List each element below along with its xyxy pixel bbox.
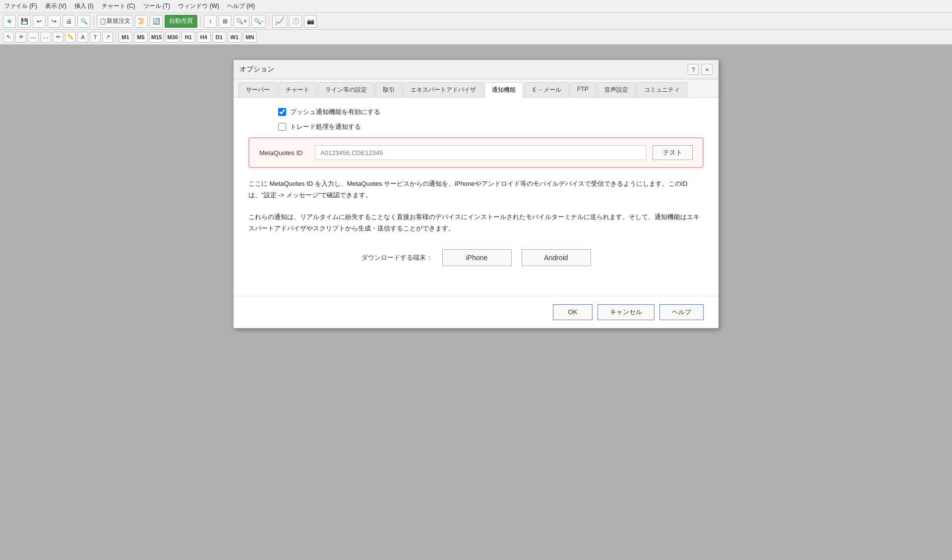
push-notify-checkbox[interactable]	[278, 108, 286, 116]
tab-expert[interactable]: エキスパートアドバイザ	[403, 82, 483, 97]
dialog-help-btn[interactable]: ?	[688, 64, 699, 75]
desc-text-2: これらの通知は、リアルタイムに紛失することなく直接お客様のデバイスにインストール…	[248, 211, 704, 234]
tab-audio[interactable]: 音声設定	[597, 82, 636, 97]
tabs-bar: サーバー チャート ライン等の設定 取引 エキスパートアドバイザ 通知機能 Ｅ－…	[234, 79, 718, 98]
metaquotes-input[interactable]	[315, 145, 647, 160]
sep1	[93, 16, 94, 27]
push-notify-label[interactable]: プッシュ通知機能を有効にする	[290, 108, 380, 116]
desc-text-1: ここに MetaQuotes ID を入力し、MetaQuotes サービスから…	[248, 178, 704, 201]
preview-icon: 🔍	[80, 18, 88, 25]
zoom-out-btn[interactable]: 🔍-	[251, 15, 266, 28]
chart-icon: ↕	[209, 18, 212, 25]
tab-lines[interactable]: ライン等の設定	[318, 82, 374, 97]
menu-view[interactable]: 表示 (V)	[45, 2, 66, 10]
tab-community[interactable]: コミュニティ	[637, 82, 687, 97]
print-icon: 🖨	[66, 18, 72, 25]
sep2	[200, 16, 201, 27]
pencil-btn[interactable]: ✏	[53, 32, 63, 43]
clock-btn[interactable]: 🕐	[289, 15, 302, 28]
tab-email[interactable]: Ｅ－メール	[524, 82, 569, 97]
plus-icon: +	[7, 17, 11, 26]
redo-btn[interactable]: ↪	[48, 15, 60, 28]
period-d1[interactable]: D1	[212, 32, 226, 43]
zoom-out-icon: 🔍-	[254, 18, 263, 25]
text-btn[interactable]: A	[77, 32, 88, 43]
ok-button[interactable]: OK	[553, 304, 593, 320]
tab-ftp[interactable]: FTP	[570, 82, 596, 97]
ruler-btn[interactable]: 📏	[65, 32, 76, 43]
clock-icon: 🕐	[292, 18, 299, 25]
dialog-titlebar: オプション ? ×	[234, 60, 718, 79]
menu-help[interactable]: ヘルプ (H)	[227, 2, 255, 10]
period-w1[interactable]: W1	[228, 32, 241, 43]
toolbar-secondary: ↖ ✛ — - - ✏ 📏 A T ↗ M1 M5 M15 M30 H1 H4 …	[0, 30, 952, 45]
refresh-btn[interactable]: 🔄	[150, 15, 163, 28]
help-button[interactable]: ヘルプ	[659, 304, 704, 320]
dialog-title: オプション	[239, 65, 274, 74]
history-btn[interactable]: 📜	[135, 15, 148, 28]
order-icon: 📋	[99, 18, 107, 25]
options-dialog: オプション ? × サーバー チャート ライン等の設定 取引 エキスパートアドバ…	[233, 59, 719, 329]
metaquotes-label: MetaQuotes ID	[259, 149, 309, 157]
tab-notifications[interactable]: 通知機能	[484, 82, 523, 98]
menu-file[interactable]: ファイル (F)	[4, 2, 37, 10]
download-section: ダウンロードする端末： iPhone Android	[248, 249, 704, 266]
new-chart-btn[interactable]: +	[3, 15, 16, 28]
save-icon: 💾	[21, 18, 28, 25]
save-btn[interactable]: 💾	[18, 15, 31, 28]
tab-server[interactable]: サーバー	[238, 82, 277, 97]
refresh-icon: 🔄	[153, 18, 160, 25]
menu-chart[interactable]: チャート (C)	[102, 2, 135, 10]
tab-trade[interactable]: 取引	[375, 82, 402, 97]
line-btn[interactable]: —	[28, 32, 39, 43]
zoom-icon: ⊞	[223, 18, 228, 25]
zoom-chart-btn[interactable]: ↕	[204, 15, 217, 28]
android-download-btn[interactable]: Android	[522, 249, 591, 266]
undo-icon: ↩	[37, 18, 42, 25]
sep3	[269, 16, 269, 27]
dash-btn[interactable]: - -	[40, 32, 51, 43]
metaquotes-section: MetaQuotes ID テスト	[248, 137, 704, 168]
dialog-footer: OK キャンセル ヘルプ	[234, 296, 718, 328]
arrow-btn[interactable]: ↗	[102, 32, 113, 43]
menu-insert[interactable]: 挿入 (I)	[74, 2, 94, 10]
period-m1[interactable]: M1	[119, 32, 132, 43]
iphone-download-btn[interactable]: iPhone	[442, 249, 512, 266]
period-h4[interactable]: H4	[197, 32, 211, 43]
download-label: ダウンロードする端末：	[361, 253, 432, 262]
redo-icon: ↪	[52, 18, 57, 25]
cancel-button[interactable]: キャンセル	[597, 304, 654, 320]
tab-chart[interactable]: チャート	[278, 82, 317, 97]
zoom-fit-btn[interactable]: ⊞	[219, 15, 232, 28]
print-preview-btn[interactable]: 🔍	[77, 15, 90, 28]
sep4	[116, 32, 116, 43]
trade-notify-label[interactable]: トレード処理を通知する	[290, 122, 361, 131]
indicator-btn[interactable]: 📈	[272, 15, 287, 28]
camera-icon: 📷	[307, 18, 314, 25]
menu-tools[interactable]: ツール (T)	[143, 2, 171, 10]
period-m15[interactable]: M15	[149, 32, 164, 43]
zoom-in-btn[interactable]: 🔍+	[234, 15, 249, 28]
dialog-body: プッシュ通知機能を有効にする トレード処理を通知する MetaQuotes ID…	[234, 98, 718, 286]
toolbar-main: + 💾 ↩ ↪ 🖨 🔍 📋新規注文 📜 🔄 自動売買 ↕ ⊞ 🔍+ 🔍- 📈 �	[0, 13, 952, 30]
test-button[interactable]: テスト	[653, 145, 693, 160]
period-m5[interactable]: M5	[134, 32, 148, 43]
trade-notify-checkbox[interactable]	[278, 123, 286, 131]
print-btn[interactable]: 🖨	[62, 15, 75, 28]
dialog-close-btn[interactable]: ×	[702, 64, 713, 75]
cursor-btn[interactable]: ↖	[3, 32, 14, 43]
label-btn[interactable]: T	[90, 32, 101, 43]
screenshot-btn[interactable]: 📷	[304, 15, 317, 28]
new-order-btn[interactable]: 📋新規注文	[97, 15, 133, 28]
trade-notify-row: トレード処理を通知する	[248, 122, 704, 131]
crosshair-btn[interactable]: ✛	[15, 32, 26, 43]
history-icon: 📜	[138, 18, 145, 25]
period-h1[interactable]: H1	[181, 32, 195, 43]
period-m30[interactable]: M30	[165, 32, 179, 43]
undo-btn[interactable]: ↩	[33, 15, 46, 28]
auto-trade-btn[interactable]: 自動売買	[165, 15, 197, 28]
menu-window[interactable]: ウィンドウ (W)	[178, 2, 219, 10]
period-mn[interactable]: MN	[243, 32, 257, 43]
dialog-controls: ? ×	[688, 64, 713, 75]
main-content: オプション ? × サーバー チャート ライン等の設定 取引 エキスパートアドバ…	[0, 45, 952, 560]
